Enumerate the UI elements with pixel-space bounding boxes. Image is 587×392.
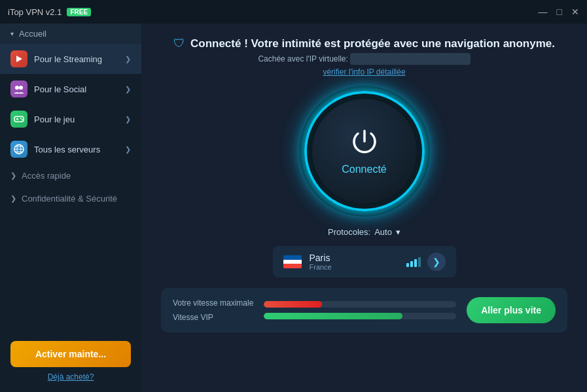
privacy-security-label: Confidentialité & Sécurité bbox=[22, 194, 117, 204]
speed-action-button[interactable]: Aller plus vite bbox=[467, 297, 556, 323]
sidebar-item-social-left: Pour le Social bbox=[10, 80, 86, 98]
svg-rect-3 bbox=[14, 116, 24, 122]
quick-access-label: Accès rapide bbox=[22, 171, 71, 181]
protocol-value: Auto bbox=[374, 227, 392, 237]
chevron-right-icon: ❯ bbox=[125, 115, 131, 124]
content-area: 🛡 Connecté ! Votre intimité est protégée… bbox=[141, 24, 587, 392]
speed-label-vip: Vitesse VIP bbox=[173, 313, 253, 322]
speed-bar-vip bbox=[264, 313, 456, 319]
sidebar: ▾ Accueil Pour le Streaming ❯ bbox=[0, 24, 141, 392]
sidebar-item-game-label: Pour le jeu bbox=[34, 115, 75, 124]
status-banner: 🛡 Connecté ! Votre intimité est protégée… bbox=[173, 37, 555, 50]
free-badge: FREE bbox=[67, 8, 91, 16]
sidebar-item-servers-label: Tous les serveurs bbox=[34, 145, 100, 154]
server-info: Paris France bbox=[310, 253, 406, 271]
sidebar-item-social-label: Pour le Social bbox=[34, 84, 86, 94]
power-inner: Connecté bbox=[312, 99, 417, 204]
titlebar-left: iTop VPN v2.1 FREE bbox=[8, 7, 91, 17]
protocol-row[interactable]: Protocoles: Auto ▾ bbox=[328, 227, 400, 237]
sidebar-header-label: Accueil bbox=[19, 29, 46, 39]
titlebar: iTop VPN v2.1 FREE — □ ✕ bbox=[0, 0, 587, 24]
game-icon bbox=[10, 111, 27, 128]
ip-line: Cachée avec l'IP virtuelle: bbox=[258, 53, 470, 65]
ip-value bbox=[350, 53, 470, 65]
signal-bar-1 bbox=[406, 263, 409, 267]
sidebar-item-social[interactable]: Pour le Social ❯ bbox=[0, 74, 141, 104]
main-layout: ▾ Accueil Pour le Streaming ❯ bbox=[0, 24, 587, 392]
sidebar-bottom: Activer mainte... Déjà acheté? bbox=[0, 330, 141, 392]
svg-marker-0 bbox=[16, 56, 22, 62]
speed-label-max: Votre vitesse maximale bbox=[173, 298, 253, 308]
chevron-right-icon: ❯ bbox=[10, 171, 16, 180]
sidebar-item-streaming-left: Pour le Streaming bbox=[10, 50, 102, 67]
app-title: iTop VPN v2.1 bbox=[8, 7, 62, 17]
already-bought-link[interactable]: Déjà acheté? bbox=[48, 372, 94, 382]
sidebar-header-accueil[interactable]: ▾ Accueil bbox=[0, 24, 141, 44]
chevron-right-icon: ❯ bbox=[125, 85, 131, 94]
speed-bar-fill-red bbox=[264, 301, 321, 308]
svg-point-7 bbox=[22, 119, 23, 120]
sidebar-item-privacy-security[interactable]: ❯ Confidentialité & Sécurité bbox=[0, 187, 141, 210]
power-symbol-icon bbox=[350, 127, 379, 160]
protocol-label: Protocoles: bbox=[328, 227, 370, 237]
server-name: Paris bbox=[310, 253, 406, 263]
chevron-right-icon: ❯ bbox=[10, 194, 16, 203]
sidebar-item-game-left: Pour le jeu bbox=[10, 111, 75, 128]
power-button-container[interactable]: Connecté bbox=[299, 86, 430, 217]
chevron-down-icon: ▾ bbox=[396, 227, 400, 237]
titlebar-controls: — □ ✕ bbox=[539, 7, 579, 17]
verify-ip-link[interactable]: vérifier l'info IP détaillée bbox=[323, 67, 405, 77]
svg-point-2 bbox=[19, 86, 23, 90]
streaming-icon bbox=[10, 50, 27, 67]
svg-point-6 bbox=[20, 118, 22, 119]
speed-bar-fill-green bbox=[264, 313, 402, 319]
france-flag bbox=[283, 255, 302, 268]
ip-label: Cachée avec l'IP virtuelle: bbox=[258, 54, 347, 63]
close-button[interactable]: ✕ bbox=[571, 7, 579, 17]
minimize-button[interactable]: — bbox=[539, 7, 548, 17]
speed-labels: Votre vitesse maximale Vitesse VIP bbox=[173, 298, 253, 322]
signal-bar-4 bbox=[418, 257, 421, 267]
speed-section: Votre vitesse maximale Vitesse VIP Aller… bbox=[161, 288, 567, 332]
server-country: France bbox=[310, 263, 406, 271]
maximize-button[interactable]: □ bbox=[557, 7, 562, 17]
shield-icon: 🛡 bbox=[173, 37, 185, 50]
server-row[interactable]: Paris France ❯ bbox=[273, 246, 456, 277]
sidebar-item-streaming[interactable]: Pour le Streaming ❯ bbox=[0, 44, 141, 74]
activate-button[interactable]: Activer mainte... bbox=[10, 341, 131, 367]
svg-point-1 bbox=[15, 86, 19, 90]
speed-bars bbox=[264, 301, 456, 319]
chevron-down-icon: ▾ bbox=[10, 30, 14, 37]
server-arrow-button[interactable]: ❯ bbox=[427, 253, 446, 271]
status-message: Connecté ! Votre intimité est protégée a… bbox=[190, 37, 555, 50]
social-icon bbox=[10, 80, 27, 98]
chevron-right-icon: ❯ bbox=[125, 145, 131, 154]
servers-icon bbox=[10, 141, 27, 158]
sidebar-item-quick-access[interactable]: ❯ Accès rapide bbox=[0, 164, 141, 187]
sidebar-item-streaming-label: Pour le Streaming bbox=[34, 54, 102, 64]
signal-bar-2 bbox=[410, 261, 413, 267]
sidebar-item-servers-left: Tous les serveurs bbox=[10, 141, 100, 158]
chevron-right-icon: ❯ bbox=[125, 55, 131, 63]
sidebar-item-servers[interactable]: Tous les serveurs ❯ bbox=[0, 134, 141, 164]
signal-bar-3 bbox=[414, 259, 417, 267]
power-label: Connecté bbox=[342, 164, 387, 175]
sidebar-item-game[interactable]: Pour le jeu ❯ bbox=[0, 104, 141, 134]
speed-bar-max bbox=[264, 301, 456, 308]
signal-bars bbox=[406, 257, 421, 267]
